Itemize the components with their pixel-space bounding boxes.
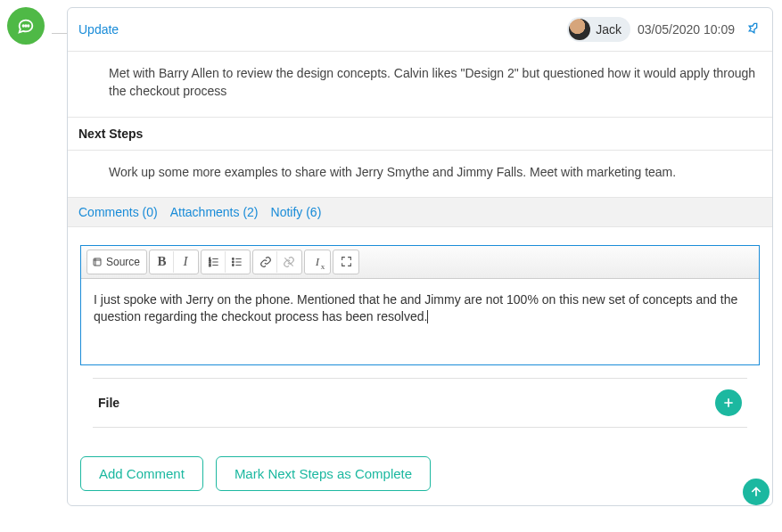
bold-button[interactable]: B [151,251,174,273]
tab-attachments[interactable]: Attachments (2) [170,205,259,219]
activity-card: Update Jack 03/05/2020 10:09 Met with Ba… [67,7,773,506]
mark-complete-button[interactable]: Mark Next Steps as Complete [216,456,431,491]
add-file-button[interactable] [715,389,742,416]
card-header: Update Jack 03/05/2020 10:09 [68,8,772,52]
actions-row: Add Comment Mark Next Steps as Complete [68,453,772,505]
file-section: File [93,378,747,428]
avatar [569,19,590,40]
unlink-button[interactable] [277,251,300,273]
svg-rect-3 [94,258,101,266]
file-label: File [98,396,119,410]
source-button[interactable]: Source [88,251,145,273]
svg-text:3: 3 [209,263,211,267]
svg-point-0 [23,25,24,26]
timestamp: 03/05/2020 10:09 [638,22,735,37]
update-link[interactable]: Update [78,22,119,37]
rich-text-editor: Source B I 123 [80,245,760,365]
clear-format-button[interactable]: Ix [306,251,329,273]
scroll-top-button[interactable] [743,479,770,505]
svg-point-9 [232,265,234,266]
source-label: Source [106,256,140,268]
svg-point-8 [232,261,234,263]
italic-button[interactable]: I [174,251,197,273]
svg-point-2 [28,25,29,26]
unordered-list-button[interactable] [226,251,249,273]
svg-point-7 [232,258,234,260]
editor-toolbar: Source B I 123 [81,246,759,279]
ordered-list-button[interactable]: 123 [202,251,226,273]
editor-text: I just spoke with Jerry on the phone. Me… [94,292,737,323]
tab-notify[interactable]: Notify (6) [271,205,322,219]
link-button[interactable] [254,251,277,273]
maximize-button[interactable] [334,251,358,273]
add-comment-button[interactable]: Add Comment [80,456,203,491]
svg-point-1 [25,25,26,26]
user-chip[interactable]: Jack [567,17,630,42]
update-body: Met with Barry Allen to review the desig… [68,52,772,117]
timeline-chat-icon [7,7,45,45]
editor-wrap: Source B I 123 [68,227,772,453]
editor-textarea[interactable]: I just spoke with Jerry on the phone. Me… [81,279,759,364]
tab-comments[interactable]: Comments (0) [78,205,158,219]
pin-icon[interactable] [744,20,761,38]
next-steps-heading: Next Steps [68,117,772,151]
tabs-row: Comments (0) Attachments (2) Notify (6) [68,197,772,227]
text-caret [427,310,428,323]
user-name: Jack [596,22,621,37]
next-steps-body: Work up some more examples to share with… [68,151,772,197]
